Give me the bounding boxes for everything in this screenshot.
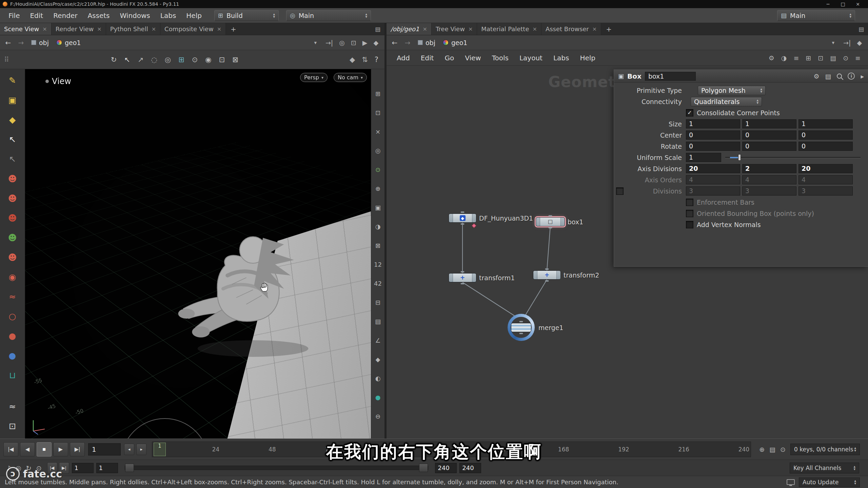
pane-tab[interactable]: Python Shell × [106, 23, 160, 35]
stop-button[interactable]: ■ [37, 442, 52, 456]
close-tab-icon[interactable]: × [423, 26, 427, 32]
hide-other-objects-icon[interactable]: × [375, 122, 380, 141]
ocean-tool[interactable]: ● [3, 346, 22, 365]
pane-tab[interactable]: /obj/geo1 × [387, 23, 432, 35]
minimize-button[interactable]: ─ [821, 1, 835, 7]
camera-select-button[interactable]: No cam ▾ [334, 73, 367, 82]
range-start-field[interactable]: 1 [72, 463, 94, 473]
forward-icon[interactable]: → [16, 39, 26, 47]
menu-item[interactable]: Assets [82, 8, 115, 23]
show-operations-icon[interactable]: ⊠ [232, 56, 238, 64]
playbar-zoom-icon[interactable]: ⊕ [759, 446, 765, 453]
bookmark-tool[interactable]: ◆ [3, 110, 22, 129]
color-palette-icon[interactable]: ◑ [781, 54, 787, 62]
maximize-button[interactable]: □ [835, 1, 850, 7]
range-slider-right-handle[interactable] [419, 464, 428, 472]
play-reverse-button[interactable]: ◀ [20, 442, 35, 456]
node-box1[interactable]: □ box1 [536, 217, 565, 226]
path-context-chip[interactable]: obj [415, 39, 438, 46]
customize-toolbar-icon[interactable]: ◆ [350, 56, 355, 64]
path-dropdown-icon[interactable]: ▾ [829, 40, 838, 46]
pane-tab[interactable]: Material Palette × [477, 23, 541, 35]
snapshot-icon[interactable]: ⊡ [351, 39, 356, 46]
new-tab-button[interactable]: + [601, 23, 616, 35]
toolbar-grip-icon[interactable]: ⠿ [4, 56, 9, 64]
lock-camera-icon[interactable]: ⊡ [375, 103, 380, 122]
display-point-numbers-icon[interactable]: ▣ [375, 198, 381, 217]
range-end-field[interactable]: 240 [435, 463, 457, 473]
pane-menu-icon[interactable]: ▤ [854, 23, 868, 35]
frame-nudge-forward-button[interactable]: ▸ [136, 444, 146, 455]
spinner-icon[interactable]: ▴▾ [760, 88, 762, 93]
consolidate-checkbox[interactable]: ✓ [686, 109, 693, 117]
level-12-icon[interactable]: 12 [374, 255, 382, 274]
mocap-tool[interactable]: ☻ [3, 228, 22, 247]
range-start-field2[interactable]: 1 [96, 463, 118, 473]
grid-snap-icon[interactable]: ⊞ [806, 54, 811, 62]
back-icon[interactable]: ← [389, 39, 400, 47]
viewport-name[interactable]: View [45, 77, 71, 86]
shelf-set-selector[interactable]: ⊞ Build ▴▾ [214, 10, 279, 21]
pin-pane-icon[interactable]: ◆ [857, 39, 862, 46]
radial-menu-selector[interactable]: ◎ Main ▴▾ [286, 10, 371, 21]
find-node-icon[interactable]: ⊙ [843, 54, 848, 62]
node-label[interactable]: transform1 [479, 274, 515, 282]
spinner-icon[interactable]: ▴▾ [365, 13, 367, 18]
axis-div-y-field[interactable]: 2 [742, 164, 796, 173]
menu-item[interactable]: Go [439, 50, 459, 65]
animate-tool[interactable]: ☻ [3, 208, 22, 228]
size-y-field[interactable]: 1 [742, 119, 796, 128]
level-42-icon[interactable]: 42 [374, 274, 382, 293]
visualizers-icon[interactable]: ◆ [376, 350, 380, 369]
network-menu-icon[interactable]: ≡ [855, 54, 861, 62]
primitive-type-dropdown[interactable]: Polygon Mesh ▴▾ [698, 86, 766, 95]
select-append-icon[interactable]: ↗ [138, 56, 144, 64]
menu-item[interactable]: Layout [514, 50, 548, 65]
display-points-icon[interactable]: ⊙ [375, 160, 380, 179]
pane-tab[interactable]: Composite View × [160, 23, 226, 35]
close-tab-icon[interactable]: × [217, 26, 221, 32]
node-transform2[interactable]: + transform2 [533, 270, 561, 280]
display-primitives-icon[interactable]: ◑ [375, 217, 381, 236]
slider-handle[interactable] [738, 154, 741, 161]
pin-pane-icon[interactable]: ◆ [373, 39, 378, 46]
snap-prim-icon[interactable]: ◉ [205, 56, 211, 64]
handles-icon[interactable]: ⊖ [375, 407, 380, 426]
jump-start-button[interactable]: |◀ [3, 442, 18, 456]
jump-end-button[interactable]: ▶| [70, 442, 85, 456]
flipbook-icon[interactable]: ▶ [362, 39, 368, 46]
spinner-icon[interactable]: ▴▾ [854, 480, 856, 485]
spinner-icon[interactable]: ▴▾ [273, 13, 275, 18]
menu-item[interactable]: Labs [548, 50, 575, 65]
rotate-z-field[interactable]: 0 [798, 142, 853, 151]
scene-viewport[interactable]: View Persp ▾ No cam ▾ -45 -50 -55 [25, 69, 371, 439]
menu-item[interactable]: Windows [115, 8, 155, 23]
display-point-normals-icon[interactable]: ⊕ [375, 179, 380, 198]
size-z-field[interactable]: 1 [798, 119, 853, 128]
new-tab-button[interactable]: + [226, 23, 241, 35]
play-forward-button[interactable]: ▶ [53, 442, 68, 456]
two-sided-icon[interactable]: ▤ [375, 312, 381, 331]
spinner-icon[interactable]: ▴▾ [854, 447, 856, 452]
add-note-icon[interactable]: ▤ [830, 54, 836, 62]
playbar-options-icon[interactable]: ▤ [769, 446, 775, 453]
pane-tab[interactable]: Asset Browser × [541, 23, 601, 35]
menu-item[interactable]: Edit [415, 50, 439, 65]
close-button[interactable]: × [850, 1, 865, 7]
range-slider-left-handle[interactable] [125, 464, 134, 472]
axis-div-x-field[interactable]: 20 [686, 164, 740, 173]
menu-item[interactable]: Help [181, 8, 207, 23]
display-prim-normals-icon[interactable]: ⊠ [375, 236, 380, 255]
persp-camera-button[interactable]: Persp ▾ [300, 73, 328, 82]
pane-tab[interactable]: Scene View × [0, 23, 52, 35]
range-slider[interactable] [125, 466, 429, 470]
close-tab-icon[interactable]: × [533, 26, 537, 32]
close-tab-icon[interactable]: × [97, 26, 101, 32]
info-icon[interactable]: i [848, 73, 855, 80]
radial-menu-icon[interactable]: ◎ [339, 39, 345, 46]
annotate-tool[interactable]: ✎ [3, 70, 22, 90]
sticky-note-tool[interactable]: ▣ [3, 90, 22, 110]
thumbnail-view-icon[interactable]: ⊡ [818, 54, 823, 62]
crowd-tool[interactable]: ☻ [3, 247, 22, 267]
desktop-selector[interactable]: ▤ Main ▴▾ [777, 10, 855, 21]
